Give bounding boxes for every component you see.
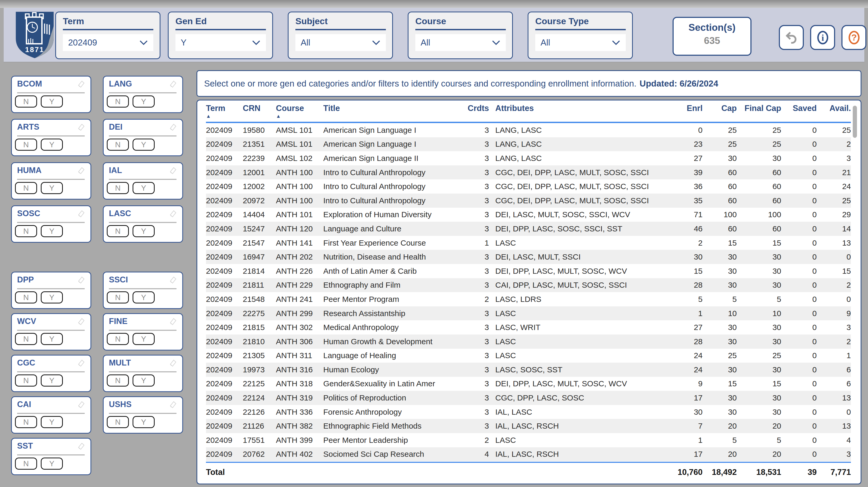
eraser-clear-icon[interactable] <box>167 79 178 89</box>
eraser-clear-icon[interactable] <box>76 275 86 285</box>
table-row[interactable]: 20240912002ANTH 100Intro to Cultural Ant… <box>206 179 851 194</box>
undo-button[interactable] <box>779 25 804 50</box>
filter-no-button-cgc[interactable]: N <box>15 375 37 387</box>
eraser-clear-icon[interactable] <box>76 358 86 368</box>
help-button[interactable]: ? <box>841 25 866 50</box>
filter-no-button-cai[interactable]: N <box>15 416 37 428</box>
vertical-scrollbar-thumb[interactable] <box>853 106 857 138</box>
gened-filter-dpp: DPPNY <box>11 272 91 309</box>
filter-yes-button-cgc[interactable]: Y <box>41 375 63 387</box>
table-row[interactable]: 20240921810ANTH 306Human Growth & Develo… <box>206 334 851 349</box>
eraser-clear-icon[interactable] <box>76 166 86 176</box>
table-row[interactable]: 20240914404ANTH 101Exploration of Human … <box>206 208 851 222</box>
table-row[interactable]: 20240922275ANTH 299Research Assistantshi… <box>206 306 851 321</box>
column-header-saved[interactable]: Saved <box>781 104 817 122</box>
table-row[interactable]: 20240912001ANTH 100Intro to Cultural Ant… <box>206 165 851 180</box>
eraser-clear-icon[interactable] <box>76 79 86 89</box>
cell-cap: 30 <box>703 408 737 417</box>
filter-no-button-bcom[interactable]: N <box>15 95 37 107</box>
column-header-final-cap[interactable]: Final Cap <box>737 104 781 122</box>
filter-yes-button-fine[interactable]: Y <box>132 333 155 345</box>
filter-dropdown-gen-ed[interactable]: Y <box>176 34 266 51</box>
table-row[interactable]: 20240921811ANTH 229Ethnography and Film3… <box>206 278 851 292</box>
eraser-clear-icon[interactable] <box>167 317 178 327</box>
filter-yes-button-arts[interactable]: Y <box>41 138 63 151</box>
column-header-cap[interactable]: Cap <box>703 104 737 122</box>
filter-label: Course Type <box>535 16 626 26</box>
divider <box>17 135 85 136</box>
filter-yes-button-lang[interactable]: Y <box>132 95 155 107</box>
column-header-crn[interactable]: CRN <box>243 104 276 122</box>
eraser-clear-icon[interactable] <box>167 166 178 176</box>
column-header-title[interactable]: Title <box>323 104 460 122</box>
filter-no-button-lasc[interactable]: N <box>107 225 129 237</box>
table-row[interactable]: 20240921548ANTH 241Peer Mentor Program2L… <box>206 292 851 306</box>
table-row[interactable]: 20240920762ANTH 402Sociomed Sci Cap Rese… <box>206 447 851 461</box>
eraser-clear-icon[interactable] <box>167 358 178 368</box>
filter-dropdown-course-type[interactable]: All <box>535 34 626 51</box>
filter-yes-button-dei[interactable]: Y <box>132 138 155 151</box>
eraser-clear-icon[interactable] <box>167 122 178 132</box>
column-header-term[interactable]: Term▲ <box>206 104 243 122</box>
filter-no-button-huma[interactable]: N <box>15 182 37 194</box>
filter-no-button-ssci[interactable]: N <box>107 291 129 303</box>
eraser-clear-icon[interactable] <box>76 317 86 327</box>
eraser-clear-icon[interactable] <box>167 209 178 219</box>
filter-no-button-arts[interactable]: N <box>15 138 37 151</box>
filter-no-button-sosc[interactable]: N <box>15 225 37 237</box>
filter-no-button-dei[interactable]: N <box>107 138 129 151</box>
eraser-clear-icon[interactable] <box>167 400 178 410</box>
column-header-attributes[interactable]: Attributes <box>489 104 644 122</box>
table-row[interactable]: 20240916947ANTH 202Nutrition, Disease an… <box>206 250 851 264</box>
table-row[interactable]: 20240922239AMSL 102American Sign Languag… <box>206 151 851 165</box>
filter-yes-button-huma[interactable]: Y <box>41 182 63 194</box>
filter-dropdown-course[interactable]: All <box>415 34 506 51</box>
filter-yes-button-cai[interactable]: Y <box>41 416 63 428</box>
cell-course: ANTH 202 <box>276 253 323 261</box>
filter-yes-button-ushs[interactable]: Y <box>132 416 155 428</box>
filter-dropdown-term[interactable]: 202409 <box>63 34 153 51</box>
filter-yes-button-wcv[interactable]: Y <box>41 333 63 345</box>
eraser-clear-icon[interactable] <box>76 441 86 451</box>
filter-yes-button-bcom[interactable]: Y <box>41 95 63 107</box>
table-row[interactable]: 20240919580AMSL 101American Sign Languag… <box>206 123 851 137</box>
column-header-avail-[interactable]: Avail. <box>817 104 851 122</box>
table-row[interactable]: 20240921351AMSL 101American Sign Languag… <box>206 137 851 152</box>
filter-no-button-fine[interactable]: N <box>107 333 129 345</box>
table-row[interactable]: 20240921814ANTH 226Anth of Latin Amer & … <box>206 264 851 278</box>
filter-yes-button-ial[interactable]: Y <box>132 182 155 194</box>
eraser-clear-icon[interactable] <box>76 209 86 219</box>
table-row[interactable]: 20240915247ANTH 120Language and Culture3… <box>206 222 851 236</box>
table-row[interactable]: 20240919973ANTH 316Human Ecology3LASC, S… <box>206 363 851 377</box>
filter-no-button-lang[interactable]: N <box>107 95 129 107</box>
table-row[interactable]: 20240921126ANTH 382Ethnographic Field Me… <box>206 419 851 433</box>
table-row[interactable]: 20240921305ANTH 311Language of Healing3L… <box>206 349 851 363</box>
filter-no-button-mult[interactable]: N <box>107 375 129 387</box>
filter-no-button-ushs[interactable]: N <box>107 416 129 428</box>
filter-yes-button-sosc[interactable]: Y <box>41 225 63 237</box>
filter-no-button-wcv[interactable]: N <box>15 333 37 345</box>
filter-dropdown-subject[interactable]: All <box>296 34 386 51</box>
table-row[interactable]: 20240920972ANTH 100Intro to Cultural Ant… <box>206 194 851 208</box>
eraser-clear-icon[interactable] <box>76 122 86 132</box>
filter-yes-button-mult[interactable]: Y <box>132 375 155 387</box>
filter-yes-button-dpp[interactable]: Y <box>41 291 63 303</box>
column-header-enrl[interactable]: Enrl <box>644 104 703 122</box>
filter-no-button-sst[interactable]: N <box>15 458 37 469</box>
filter-yes-button-ssci[interactable]: Y <box>132 291 155 303</box>
filter-no-button-dpp[interactable]: N <box>15 291 37 303</box>
filter-yes-button-sst[interactable]: Y <box>41 458 63 469</box>
eraser-clear-icon[interactable] <box>167 275 178 285</box>
column-header-crdts[interactable]: Crdts <box>460 104 489 122</box>
eraser-clear-icon[interactable] <box>76 400 86 410</box>
table-row[interactable]: 20240921815ANTH 302Medical Anthropology3… <box>206 320 851 334</box>
table-row[interactable]: 20240922125ANTH 318Gender&Sexuality in L… <box>206 377 851 391</box>
table-row[interactable]: 20240917551ANTH 399Peer Mentor Leadershi… <box>206 433 851 447</box>
table-row[interactable]: 20240922124ANTH 319Politics of Reproduct… <box>206 391 851 405</box>
table-row[interactable]: 20240921547ANTH 141First Year Experience… <box>206 236 851 250</box>
table-row[interactable]: 20240922126ANTH 336Forensic Anthropology… <box>206 405 851 419</box>
column-header-course[interactable]: Course▲ <box>276 104 323 122</box>
filter-no-button-ial[interactable]: N <box>107 182 129 194</box>
filter-yes-button-lasc[interactable]: Y <box>132 225 155 237</box>
info-button[interactable]: i <box>810 25 835 50</box>
